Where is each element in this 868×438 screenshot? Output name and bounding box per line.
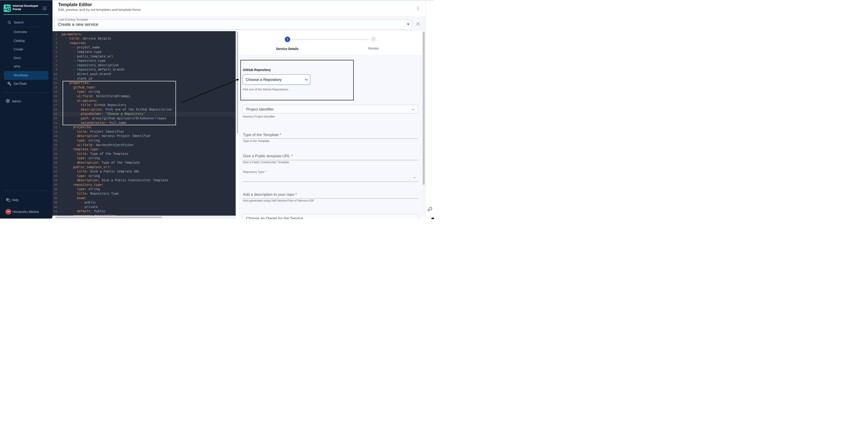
svg-text:?: ?	[7, 198, 8, 200]
